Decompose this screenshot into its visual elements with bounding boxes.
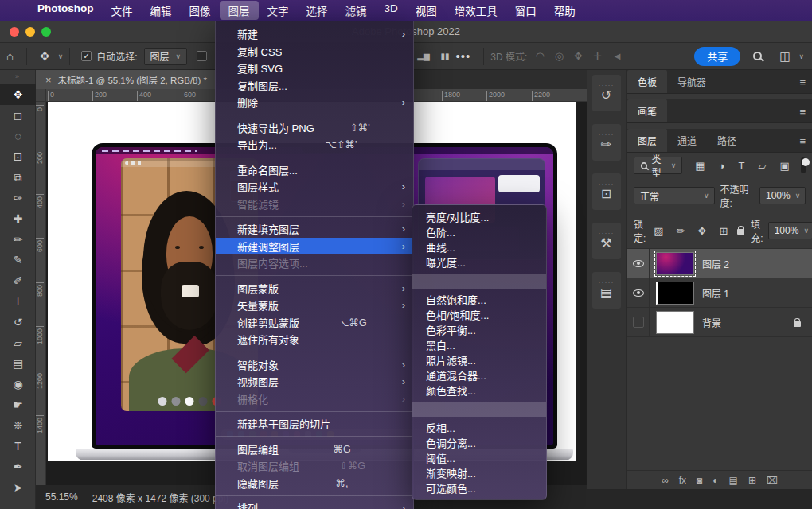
- submenu-item[interactable]: 黑白...: [412, 337, 546, 352]
- menu-item[interactable]: 智能对象 ›: [216, 356, 413, 374]
- lasso-tool[interactable]: ◌: [0, 126, 36, 146]
- chevron-down-icon[interactable]: ∨: [798, 52, 804, 60]
- menu-item[interactable]: 快速导出为 PNG ⇧⌘': [216, 119, 413, 137]
- submenu-item[interactable]: 通道混合器...: [412, 367, 546, 383]
- submenu-item[interactable]: 渐变映射...: [412, 465, 546, 480]
- submenu-item[interactable]: 自然饱和度...: [412, 292, 546, 307]
- filter-shape-icon[interactable]: ▱: [755, 160, 769, 172]
- tools-panel-icon[interactable]: ⚒: [592, 223, 621, 259]
- panel-tab[interactable]: 路径: [707, 129, 747, 152]
- brush-settings-panel-icon[interactable]: ✏: [592, 124, 621, 161]
- submenu-item[interactable]: 色调分离...: [412, 435, 546, 450]
- menu-item[interactable]: [216, 436, 413, 437]
- submenu-item[interactable]: 色彩平衡...: [412, 322, 546, 337]
- new-group-icon[interactable]: ▤: [729, 475, 738, 486]
- filter-toggle[interactable]: [801, 157, 806, 173]
- clone-source-panel-icon[interactable]: ⊡: [592, 173, 621, 210]
- marquee-tool[interactable]: ◻: [0, 105, 36, 126]
- menu-item[interactable]: [216, 275, 413, 276]
- healing-brush-tool[interactable]: ✚: [0, 208, 36, 229]
- submenu-item[interactable]: 反相...: [412, 420, 546, 435]
- menu-item[interactable]: 新建 ›: [216, 25, 413, 43]
- path-selection-tool[interactable]: ➤: [0, 477, 36, 498]
- gradient-tool[interactable]: ▤: [0, 353, 36, 374]
- smudge-tool[interactable]: ☛: [0, 394, 36, 415]
- document-tab[interactable]: × 未标题-1 @ 55.1% (图层 2, RGB/8) *: [36, 70, 217, 89]
- layer-row[interactable]: 图层 2: [627, 249, 812, 278]
- more-options-icon[interactable]: •••: [450, 49, 478, 63]
- submenu-item[interactable]: 颜色查找...: [412, 383, 546, 398]
- submenu-item[interactable]: 可选颜色...: [412, 480, 546, 495]
- menu-item[interactable]: 图层内容选项...: [216, 254, 413, 272]
- layer-thumbnail[interactable]: [656, 252, 694, 275]
- filter-pixel-icon[interactable]: ▦: [692, 160, 708, 172]
- menu-item[interactable]: [216, 216, 413, 217]
- menu-item[interactable]: 视频图层 ›: [216, 373, 413, 390]
- panel-menu-icon[interactable]: ≡: [793, 76, 812, 93]
- toolbar-expand-icon[interactable]: »: [0, 70, 35, 84]
- menu-item[interactable]: 新建基于图层的切片: [216, 415, 413, 433]
- pencil-tool[interactable]: ✎: [0, 250, 36, 270]
- panel-tab[interactable]: 通道: [667, 129, 707, 152]
- menubar-item[interactable]: Photoshop: [29, 1, 103, 20]
- menu-item[interactable]: [216, 495, 413, 496]
- opacity-dropdown[interactable]: 100% ∨: [759, 187, 806, 204]
- menubar-item[interactable]: 3D: [376, 1, 407, 20]
- workspace-icon[interactable]: ◫: [773, 49, 797, 64]
- crop-tool[interactable]: ⧉: [0, 167, 36, 188]
- filter-type-icon[interactable]: T: [735, 160, 748, 172]
- submenu-item[interactable]: [412, 402, 546, 417]
- menu-item[interactable]: 新建填充图层 ›: [216, 220, 413, 238]
- libraries-panel-icon[interactable]: ▤: [592, 272, 621, 309]
- history-panel-icon[interactable]: ↺: [592, 75, 621, 111]
- brush-tool[interactable]: ✏: [0, 229, 36, 250]
- clone-stamp-tool[interactable]: ⊥: [0, 291, 36, 312]
- new-adjustment-layer-icon[interactable]: ◐: [712, 475, 718, 486]
- delete-layer-icon[interactable]: ⌧: [767, 475, 778, 486]
- panel-menu-icon[interactable]: ≡: [793, 106, 812, 122]
- distribute-center-icon[interactable]: ▮▮: [441, 52, 450, 60]
- share-button[interactable]: 共享: [694, 47, 740, 66]
- menubar-item[interactable]: 视图: [407, 1, 446, 20]
- lock-artboard-icon[interactable]: ⊞: [716, 225, 731, 237]
- auto-select-checkbox[interactable]: ✓: [81, 51, 92, 61]
- mixer-brush-tool[interactable]: ✐: [0, 270, 36, 291]
- move-tool-icon[interactable]: ✥: [33, 49, 57, 64]
- menu-item[interactable]: 创建剪贴蒙版 ⌥⌘G: [216, 314, 413, 332]
- submenu-item[interactable]: 色相/饱和度...: [412, 307, 546, 322]
- submenu-item[interactable]: 曲线...: [412, 239, 546, 254]
- menu-item[interactable]: 复制 SVG: [216, 60, 413, 77]
- menu-item[interactable]: 图层样式 ›: [216, 178, 413, 196]
- align-bottom-icon[interactable]: ▂▆: [417, 52, 429, 60]
- menubar-item[interactable]: 选择: [298, 1, 337, 20]
- menu-item[interactable]: [216, 115, 413, 115]
- history-brush-tool[interactable]: ↺: [0, 312, 36, 332]
- submenu-item[interactable]: 色阶...: [412, 224, 546, 239]
- menu-item[interactable]: 复制图层...: [216, 77, 413, 95]
- type-tool[interactable]: T: [0, 436, 36, 457]
- menubar-item[interactable]: 图层: [220, 1, 259, 20]
- blur-tool[interactable]: ◉: [0, 374, 36, 394]
- layer-row[interactable]: 图层 1: [627, 278, 812, 308]
- layer-style-icon[interactable]: fx: [679, 475, 686, 486]
- menu-item[interactable]: [216, 157, 413, 157]
- zoom-level-field[interactable]: 55.15%: [45, 492, 78, 503]
- close-tab-icon[interactable]: ×: [45, 74, 52, 86]
- menubar-item[interactable]: 文字: [259, 1, 298, 20]
- lock-all-icon[interactable]: [737, 229, 744, 235]
- submenu-item[interactable]: 照片滤镜...: [412, 352, 546, 367]
- eyedropper-tool[interactable]: ✑: [0, 188, 36, 208]
- link-layers-icon[interactable]: ∞: [662, 475, 669, 486]
- panel-tab[interactable]: 画笔: [627, 99, 667, 122]
- add-mask-icon[interactable]: ◙: [697, 475, 702, 486]
- menubar-item[interactable]: 窗口: [506, 1, 545, 20]
- submenu-item[interactable]: 阈值...: [412, 450, 546, 465]
- menu-item[interactable]: 导出为... ⌥⇧⌘': [216, 136, 413, 153]
- menubar-item[interactable]: 滤镜: [337, 1, 376, 20]
- panel-tab[interactable]: 导航器: [667, 70, 716, 93]
- submenu-item[interactable]: [412, 274, 546, 289]
- move-tool[interactable]: ✥: [0, 84, 36, 105]
- menubar-item[interactable]: 编辑: [142, 1, 181, 20]
- lock-position-icon[interactable]: ✥: [695, 225, 710, 237]
- menu-item[interactable]: 栅格化 ›: [216, 390, 413, 408]
